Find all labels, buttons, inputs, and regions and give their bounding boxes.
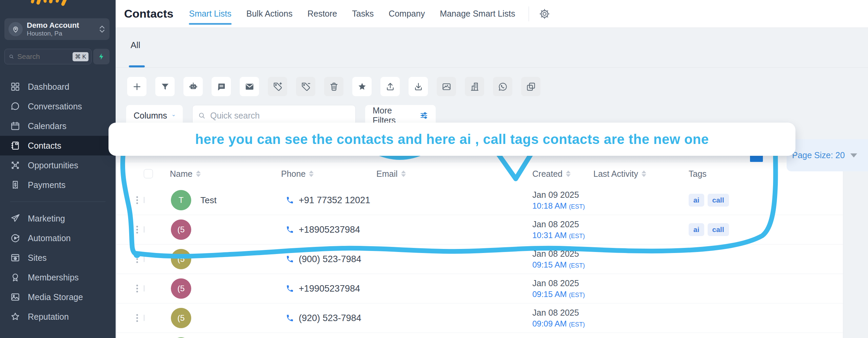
tab-manage-smart-lists[interactable]: Manage Smart Lists (440, 0, 515, 27)
row-checkbox[interactable] (144, 285, 144, 292)
created-date: Jan 08 2025 (532, 278, 585, 288)
avatar: T (171, 190, 191, 210)
created-date: Jan 08 2025 (532, 249, 585, 259)
contact-phone: +19905237984 (286, 283, 360, 294)
column-header-created[interactable]: Created (532, 169, 571, 179)
tag-pill: ai (689, 194, 704, 207)
quick-search-input[interactable] (210, 110, 350, 121)
row-menu-icon[interactable] (136, 288, 138, 290)
contacts-toolbar (127, 77, 540, 96)
quick-actions-button[interactable] (93, 49, 110, 64)
row-checkbox[interactable] (144, 315, 144, 321)
sidebar-search-row: ⌘ K (4, 49, 110, 64)
row-checkbox[interactable] (144, 226, 144, 233)
remove-tag-button[interactable] (296, 77, 315, 96)
contact-name[interactable]: Test (200, 195, 217, 206)
send-sms-button[interactable] (212, 77, 231, 96)
search-input[interactable] (17, 52, 73, 61)
whatsapp-button[interactable] (493, 77, 512, 96)
account-location: Houston, Pa (27, 30, 99, 37)
topbar: Contacts Smart Lists Bulk Actions Restor… (116, 0, 868, 28)
browser-globe-icon (10, 253, 20, 263)
sort-icon (642, 171, 646, 177)
building-icon (470, 82, 480, 92)
contact-phone: (920) 523-7984 (286, 313, 361, 323)
sidebar-item-label: Payments (28, 180, 65, 190)
column-header-phone[interactable]: Phone (281, 169, 314, 179)
sidebar-nav: Dashboard Conversations Calendars Contac… (0, 77, 116, 326)
mail-check-icon (441, 82, 452, 92)
favorite-button[interactable] (352, 77, 372, 96)
sidebar-item-payments[interactable]: Payments (0, 175, 116, 195)
sidebar-item-sites[interactable]: Sites (0, 248, 116, 268)
row-checkbox-cell (144, 227, 144, 233)
sidebar-item-media-storage[interactable]: Media Storage (0, 287, 116, 307)
add-to-company-button[interactable] (465, 77, 484, 96)
delete-button[interactable] (324, 77, 343, 96)
whatsapp-icon (498, 82, 508, 92)
tab-smart-lists[interactable]: Smart Lists (189, 0, 231, 27)
sidebar-item-dashboard[interactable]: Dashboard (0, 77, 116, 97)
ai-bot-button[interactable] (183, 77, 203, 96)
sidebar-item-reputation[interactable]: Reputation (0, 307, 116, 326)
account-switcher[interactable]: Demo Account Houston, Pa (4, 18, 110, 40)
created-cell: Jan 08 2025 09:15 AM (EST) (532, 278, 585, 299)
validate-email-button[interactable] (437, 77, 456, 96)
export-button[interactable] (380, 77, 400, 96)
page-title: Contacts (124, 7, 173, 20)
contact-phone: +91 77352 12021 (286, 195, 370, 206)
avatar: (5 (171, 308, 191, 328)
dashboard-icon (10, 82, 20, 92)
send-email-button[interactable] (240, 77, 259, 96)
created-time: 10:31 AM (EST) (532, 231, 585, 240)
sidebar: Demo Account Houston, Pa ⌘ K Dashboard (0, 0, 116, 338)
import-button[interactable] (409, 77, 428, 96)
page-size-dropdown[interactable]: Page Size: 20 (787, 139, 868, 171)
row-menu-icon[interactable] (136, 317, 138, 319)
sidebar-item-memberships[interactable]: Memberships (0, 268, 116, 287)
sidebar-search[interactable]: ⌘ K (4, 49, 92, 64)
select-all-checkbox[interactable] (144, 169, 153, 178)
sidebar-item-contacts[interactable]: Contacts (0, 136, 116, 155)
sidebar-item-conversations[interactable]: Conversations (0, 97, 116, 116)
row-menu-icon[interactable] (136, 258, 138, 260)
envelope-icon (244, 82, 255, 92)
sidebar-item-calendars[interactable]: Calendars (0, 116, 116, 136)
tab-bulk-actions[interactable]: Bulk Actions (246, 0, 293, 27)
column-header-last-activity[interactable]: Last Activity (593, 169, 646, 179)
tabs-hairline (116, 67, 868, 68)
tab-restore[interactable]: Restore (308, 0, 337, 27)
app-root: Demo Account Houston, Pa ⌘ K Dashboard (0, 0, 868, 338)
row-menu-icon[interactable] (136, 199, 138, 201)
upload-icon (385, 82, 395, 92)
sidebar-item-opportunities[interactable]: Opportunities (0, 155, 116, 175)
annotation-text: here you can see the contacts and here a… (195, 132, 709, 147)
merge-button[interactable] (521, 77, 540, 96)
tab-company[interactable]: Company (389, 0, 425, 27)
sort-icon (309, 171, 314, 177)
add-tag-button[interactable] (268, 77, 287, 96)
created-time: 09:15 AM (EST) (532, 260, 585, 270)
column-header-email[interactable]: Email (376, 169, 406, 179)
row-checkbox[interactable] (144, 256, 144, 262)
row-checkbox[interactable] (144, 197, 144, 203)
row-checkbox-cell (144, 256, 144, 262)
chat-message-icon (216, 82, 226, 92)
gear-icon[interactable] (538, 8, 551, 20)
row-menu-icon[interactable] (136, 229, 138, 231)
sidebar-item-automation[interactable]: Automation (0, 228, 116, 248)
column-header-name[interactable]: Name (170, 169, 201, 179)
contact-phone: +18905237984 (286, 225, 360, 235)
table-row: (5 (920) 523-7984 Jan 08 2025 09:09 AM (… (117, 303, 843, 333)
add-contact-button[interactable] (127, 77, 146, 96)
created-date: Jan 08 2025 (532, 308, 585, 318)
filter-button[interactable] (155, 77, 175, 96)
plus-icon (132, 82, 142, 92)
sidebar-item-marketing[interactable]: Marketing (0, 209, 116, 228)
created-date: Jan 09 2025 (532, 190, 585, 200)
smart-list-tab-all[interactable]: All (131, 40, 140, 50)
sidebar-item-label: Media Storage (28, 292, 83, 302)
annotation-box: here you can see the contacts and here a… (108, 123, 795, 156)
tab-tasks[interactable]: Tasks (352, 0, 374, 27)
badge-icon (10, 272, 20, 282)
